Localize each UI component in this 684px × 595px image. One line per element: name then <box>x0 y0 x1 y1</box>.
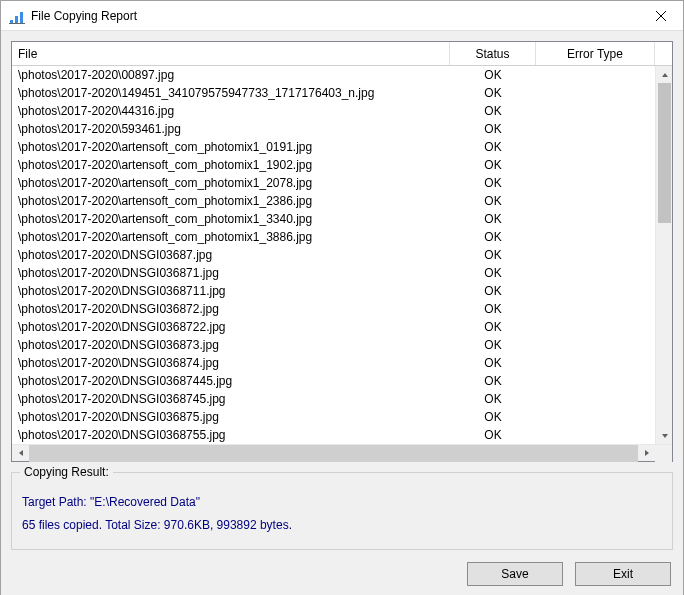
table-row[interactable]: \photos\2017-2020\DNSGI036871.jpgOK <box>12 264 655 282</box>
table-row[interactable]: \photos\2017-2020\DNSGI036872.jpgOK <box>12 300 655 318</box>
exit-button[interactable]: Exit <box>575 562 671 586</box>
cell-status: OK <box>450 86 536 100</box>
scroll-down-arrow-icon[interactable] <box>656 427 673 444</box>
scroll-left-arrow-icon[interactable] <box>12 445 29 462</box>
column-header-file[interactable]: File <box>12 42 450 65</box>
table-row[interactable]: \photos\2017-2020\593461.jpgOK <box>12 120 655 138</box>
cell-status: OK <box>450 284 536 298</box>
table-row[interactable]: \photos\2017-2020\artensoft_com_photomix… <box>12 192 655 210</box>
table-row[interactable]: \photos\2017-2020\DNSGI036873.jpgOK <box>12 336 655 354</box>
cell-file: \photos\2017-2020\DNSGI0368722.jpg <box>12 320 450 334</box>
cell-file: \photos\2017-2020\DNSGI036871.jpg <box>12 266 450 280</box>
cell-status: OK <box>450 392 536 406</box>
cell-file: \photos\2017-2020\DNSGI0368711.jpg <box>12 284 450 298</box>
cell-status: OK <box>450 356 536 370</box>
svg-rect-3 <box>9 23 25 24</box>
table-row[interactable]: \photos\2017-2020\artensoft_com_photomix… <box>12 210 655 228</box>
list-body-wrap: \photos\2017-2020\00897.jpgOK\photos\201… <box>12 66 672 444</box>
svg-rect-0 <box>10 20 13 23</box>
cell-status: OK <box>450 68 536 82</box>
column-header-status[interactable]: Status <box>450 42 536 65</box>
cell-file: \photos\2017-2020\DNSGI036874.jpg <box>12 356 450 370</box>
table-row[interactable]: \photos\2017-2020\149451_341079575947733… <box>12 84 655 102</box>
cell-status: OK <box>450 302 536 316</box>
svg-rect-2 <box>20 12 23 23</box>
svg-marker-7 <box>662 434 668 438</box>
cell-file: \photos\2017-2020\DNSGI03687.jpg <box>12 248 450 262</box>
table-row[interactable]: \photos\2017-2020\artensoft_com_photomix… <box>12 156 655 174</box>
list-body[interactable]: \photos\2017-2020\00897.jpgOK\photos\201… <box>12 66 655 444</box>
copying-result-legend: Copying Result: <box>20 465 113 479</box>
table-row[interactable]: \photos\2017-2020\DNSGI036874.jpgOK <box>12 354 655 372</box>
cell-file: \photos\2017-2020\DNSGI03687445.jpg <box>12 374 450 388</box>
cell-file: \photos\2017-2020\44316.jpg <box>12 104 450 118</box>
scroll-up-arrow-icon[interactable] <box>656 66 673 83</box>
scroll-corner <box>655 445 672 462</box>
cell-file: \photos\2017-2020\DNSGI0368745.jpg <box>12 392 450 406</box>
close-button[interactable] <box>638 1 683 31</box>
cell-status: OK <box>450 140 536 154</box>
cell-file: \photos\2017-2020\149451_341079575947733… <box>12 86 450 100</box>
vertical-scrollbar[interactable] <box>655 66 672 444</box>
cell-status: OK <box>450 374 536 388</box>
cell-file: \photos\2017-2020\DNSGI036872.jpg <box>12 302 450 316</box>
window: File Copying Report File Status Error Ty… <box>0 0 684 595</box>
app-icon <box>9 8 25 24</box>
copying-result-group: Copying Result: Target Path: "E:\Recover… <box>11 472 673 550</box>
cell-file: \photos\2017-2020\DNSGI0368755.jpg <box>12 428 450 442</box>
horizontal-scrollbar[interactable] <box>12 444 672 461</box>
cell-status: OK <box>450 230 536 244</box>
table-row[interactable]: \photos\2017-2020\DNSGI0368711.jpgOK <box>12 282 655 300</box>
cell-file: \photos\2017-2020\artensoft_com_photomix… <box>12 140 450 154</box>
cell-status: OK <box>450 338 536 352</box>
table-row[interactable]: \photos\2017-2020\DNSGI0368745.jpgOK <box>12 390 655 408</box>
table-row[interactable]: \photos\2017-2020\DNSGI0368755.jpgOK <box>12 426 655 444</box>
save-button[interactable]: Save <box>467 562 563 586</box>
cell-status: OK <box>450 266 536 280</box>
cell-status: OK <box>450 248 536 262</box>
cell-file: \photos\2017-2020\artensoft_com_photomix… <box>12 230 450 244</box>
scroll-thumb[interactable] <box>658 83 671 223</box>
cell-status: OK <box>450 122 536 136</box>
table-row[interactable]: \photos\2017-2020\44316.jpgOK <box>12 102 655 120</box>
cell-file: \photos\2017-2020\artensoft_com_photomix… <box>12 212 450 226</box>
cell-file: \photos\2017-2020\00897.jpg <box>12 68 450 82</box>
column-header-error-type[interactable]: Error Type <box>536 42 655 65</box>
svg-marker-9 <box>645 450 649 456</box>
summary-text: 65 files copied. Total Size: 970.6KB, 99… <box>22 514 662 537</box>
table-row[interactable]: \photos\2017-2020\DNSGI03687.jpgOK <box>12 246 655 264</box>
table-row[interactable]: \photos\2017-2020\DNSGI0368722.jpgOK <box>12 318 655 336</box>
client-area: File Status Error Type \photos\2017-2020… <box>1 31 683 595</box>
svg-rect-1 <box>15 16 18 23</box>
titlebar: File Copying Report <box>1 1 683 31</box>
hscroll-track[interactable] <box>29 445 638 462</box>
table-row[interactable]: \photos\2017-2020\DNSGI03687445.jpgOK <box>12 372 655 390</box>
cell-status: OK <box>450 212 536 226</box>
cell-status: OK <box>450 410 536 424</box>
window-title: File Copying Report <box>31 9 638 23</box>
svg-marker-8 <box>19 450 23 456</box>
scroll-right-arrow-icon[interactable] <box>638 445 655 462</box>
table-row[interactable]: \photos\2017-2020\artensoft_com_photomix… <box>12 174 655 192</box>
cell-status: OK <box>450 158 536 172</box>
cell-file: \photos\2017-2020\DNSGI036873.jpg <box>12 338 450 352</box>
target-path-text: Target Path: "E:\Recovered Data" <box>22 491 662 514</box>
table-row[interactable]: \photos\2017-2020\DNSGI036875.jpgOK <box>12 408 655 426</box>
table-row[interactable]: \photos\2017-2020\artensoft_com_photomix… <box>12 228 655 246</box>
cell-status: OK <box>450 194 536 208</box>
list-header: File Status Error Type <box>12 42 672 66</box>
file-list: File Status Error Type \photos\2017-2020… <box>11 41 673 462</box>
svg-marker-6 <box>662 73 668 77</box>
cell-status: OK <box>450 176 536 190</box>
cell-file: \photos\2017-2020\DNSGI036875.jpg <box>12 410 450 424</box>
cell-file: \photos\2017-2020\artensoft_com_photomix… <box>12 176 450 190</box>
table-row[interactable]: \photos\2017-2020\artensoft_com_photomix… <box>12 138 655 156</box>
button-row: Save Exit <box>11 560 673 588</box>
table-row[interactable]: \photos\2017-2020\00897.jpgOK <box>12 66 655 84</box>
cell-status: OK <box>450 428 536 442</box>
cell-file: \photos\2017-2020\artensoft_com_photomix… <box>12 194 450 208</box>
cell-status: OK <box>450 104 536 118</box>
cell-status: OK <box>450 320 536 334</box>
close-icon <box>656 11 666 21</box>
cell-file: \photos\2017-2020\593461.jpg <box>12 122 450 136</box>
